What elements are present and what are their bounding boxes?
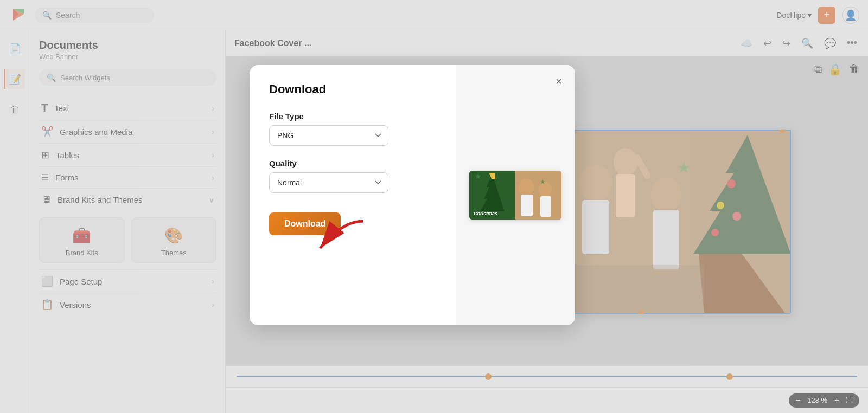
preview-thumbnail: Christmas ★ ★ [469,171,561,220]
svg-text:★: ★ [475,172,482,180]
file-type-label: File Type [269,112,436,121]
file-type-group: File Type PNG JPG PDF SVG [269,112,436,146]
svg-rect-43 [521,195,533,216]
modal-left-section: Download File Type PNG JPG PDF SVG Quali… [250,65,456,325]
modal-title: Download [269,82,436,96]
svg-point-42 [519,178,534,196]
preview-svg: Christmas ★ ★ [469,171,561,220]
svg-text:★: ★ [540,178,546,186]
modal-right-section: Christmas ★ ★ [456,65,575,325]
download-modal: Download File Type PNG JPG PDF SVG Quali… [250,65,575,325]
quality-label: Quality [269,159,436,168]
file-type-select[interactable]: PNG JPG PDF SVG [269,125,388,146]
svg-text:Christmas: Christmas [474,211,497,216]
quality-group: Quality Normal High Low [269,159,436,193]
modal-close-button[interactable]: × [551,74,566,89]
quality-select[interactable]: Normal High Low [269,172,388,193]
svg-rect-45 [540,196,551,217]
download-button[interactable]: Download [269,212,341,235]
